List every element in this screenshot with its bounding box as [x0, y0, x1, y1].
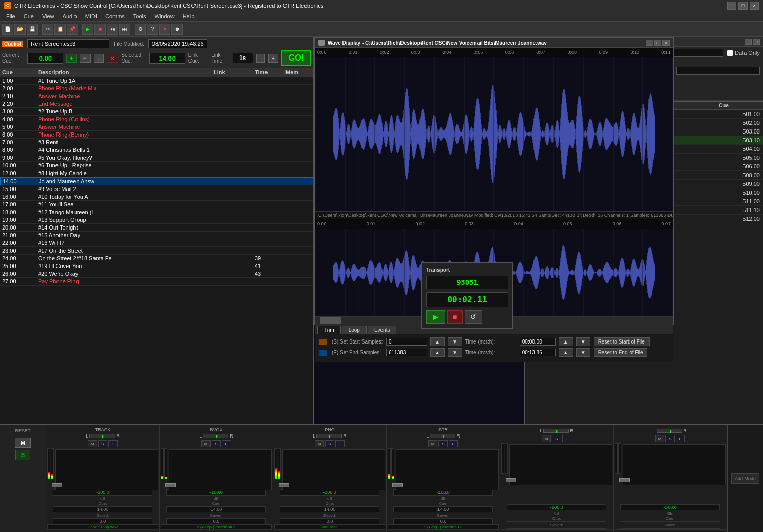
pan-slider[interactable]: [203, 434, 228, 438]
tb-cut[interactable]: ✂: [42, 24, 53, 35]
end-samples-input[interactable]: [386, 349, 427, 356]
wave-close[interactable]: ×: [662, 40, 670, 46]
wave-minimize[interactable]: _: [646, 40, 653, 46]
tb-new[interactable]: 📄: [2, 24, 13, 35]
ch-m-btn[interactable]: M: [542, 435, 551, 442]
fader-thumb[interactable]: [619, 478, 630, 482]
fader-track[interactable]: [396, 449, 499, 490]
pan-slider[interactable]: [316, 434, 342, 438]
table-row[interactable]: 18.00 #12 Tango Maureen (I: [0, 208, 313, 216]
add-mode-button[interactable]: Add Mode: [731, 473, 759, 484]
menu-comms[interactable]: Comms: [101, 12, 129, 21]
end-time-input[interactable]: [520, 349, 556, 356]
fader-track[interactable]: [509, 444, 612, 485]
s-mode-btn[interactable]: S: [15, 450, 30, 460]
end-time-down-btn[interactable]: ▼: [576, 348, 590, 357]
ch-s-btn[interactable]: S: [325, 440, 334, 447]
ch-m-btn[interactable]: M: [655, 435, 664, 442]
wave-scrollbar-thumb[interactable]: [320, 317, 341, 324]
table-row[interactable]: 16.00 #10 Today for You A: [0, 193, 313, 201]
wave-tab-loop[interactable]: Loop: [342, 326, 367, 334]
ch-m-btn[interactable]: M: [88, 440, 97, 447]
ch-s-btn[interactable]: S: [665, 435, 675, 442]
end-down-btn[interactable]: ▼: [448, 348, 462, 357]
fader-thumb[interactable]: [52, 483, 62, 487]
maximize-button[interactable]: □: [738, 2, 748, 10]
table-row[interactable]: 8.00 #4 Christmas Bells 1: [0, 146, 313, 154]
table-row[interactable]: 5.00 Answer Machine: [0, 123, 313, 131]
start-down-btn[interactable]: ▼: [448, 337, 462, 346]
tb-copy[interactable]: 📋: [54, 24, 66, 35]
table-row[interactable]: 7.00 #3 Rent: [0, 139, 313, 146]
tb-stop[interactable]: ■: [94, 24, 106, 35]
disabled-by-input[interactable]: [676, 67, 760, 75]
table-row[interactable]: 27.00 Pay Phone Ring: [0, 278, 313, 286]
pan-slider[interactable]: [657, 429, 682, 433]
fader-track[interactable]: [282, 449, 385, 490]
start-time-down-btn[interactable]: ▼: [576, 337, 590, 346]
fader-thumb[interactable]: [506, 478, 516, 482]
table-row[interactable]: 2.20 End Message: [0, 100, 313, 108]
ch-m-btn[interactable]: M: [201, 440, 211, 447]
table-row[interactable]: 25.00 #19 I'll Cover You 41: [0, 262, 313, 270]
table-row[interactable]: 9.00 #5 You Okay, Honey?: [0, 154, 313, 162]
ch-m-btn[interactable]: M: [315, 440, 324, 447]
ch-s-btn[interactable]: S: [98, 440, 107, 447]
ch-s-btn[interactable]: S: [552, 435, 561, 442]
link-time-plus[interactable]: +: [268, 54, 278, 63]
tb-help[interactable]: ?: [147, 24, 158, 35]
pan-slider[interactable]: [89, 434, 115, 438]
table-row[interactable]: 24.00 On the Street 2/#18 Santa Fe 39: [0, 255, 313, 262]
menu-window[interactable]: Window: [150, 12, 179, 21]
wave-maximize[interactable]: □: [654, 40, 661, 46]
start-time-up-btn[interactable]: ▲: [559, 337, 573, 346]
pan-slider[interactable]: [430, 434, 455, 438]
wave-tab-events[interactable]: Events: [368, 326, 397, 334]
ch-f-btn[interactable]: F: [449, 440, 458, 447]
table-row[interactable]: 4.00 Phone Ring (Collins): [0, 116, 313, 123]
add-cue-button[interactable]: +: [66, 54, 77, 63]
tb-save[interactable]: 💾: [27, 24, 38, 35]
wave-canvas-upper[interactable]: [315, 57, 673, 211]
ch-f-btn[interactable]: F: [676, 435, 685, 442]
m-mode-btn[interactable]: M: [15, 438, 31, 448]
link-time-minus[interactable]: -: [256, 54, 265, 63]
fader-thumb[interactable]: [392, 483, 403, 487]
table-row[interactable]: 20.00 #14 Out Tonight: [0, 224, 313, 232]
ch-m-btn[interactable]: M: [428, 440, 437, 447]
move-cue-button[interactable]: ↕: [94, 54, 104, 63]
wave-tab-trim[interactable]: Trim: [317, 326, 341, 334]
start-time-input[interactable]: [520, 338, 556, 346]
menu-view[interactable]: View: [38, 12, 59, 21]
table-row[interactable]: 19.00 #13 Support Group: [0, 216, 313, 224]
reset-end-btn[interactable]: Reset to End of File: [594, 348, 648, 357]
pan-slider[interactable]: [543, 429, 569, 433]
minimize-button[interactable]: _: [727, 2, 736, 10]
end-up-btn[interactable]: ▲: [430, 348, 445, 357]
ch-s-btn[interactable]: S: [212, 440, 221, 447]
ch-s-btn[interactable]: S: [438, 440, 448, 447]
table-row[interactable]: 2.10 Answer Machine: [0, 92, 313, 100]
table-row[interactable]: 17.00 #11 You'll See: [0, 201, 313, 208]
start-up-btn[interactable]: ▲: [430, 337, 445, 346]
table-row[interactable]: 14.00 Jo and Maureen Answ: [0, 177, 313, 185]
transport-play-btn[interactable]: ▶: [426, 310, 445, 324]
tb-panic[interactable]: ✕: [159, 24, 170, 35]
tb-forward[interactable]: ⏭: [119, 24, 130, 35]
fader-track[interactable]: [55, 449, 158, 490]
menu-file[interactable]: File: [2, 12, 20, 21]
fader-track[interactable]: [623, 444, 726, 485]
table-row[interactable]: 22.00 #16 Will I?: [0, 239, 313, 247]
table-row[interactable]: 2.00 Phone Ring (Marks Mu: [0, 85, 313, 92]
tb-paste[interactable]: 📌: [67, 24, 78, 35]
menu-cue[interactable]: Cue: [20, 12, 38, 21]
table-row[interactable]: 21.00 #15 Another Day: [0, 232, 313, 239]
ch-f-btn[interactable]: F: [108, 440, 118, 447]
close-button[interactable]: ×: [750, 2, 759, 10]
menu-tools[interactable]: Tools: [129, 12, 150, 21]
fader-thumb[interactable]: [279, 483, 289, 487]
tb-settings[interactable]: ⚙: [135, 24, 146, 35]
tb-rewind[interactable]: ⏮: [107, 24, 118, 35]
data-only-check[interactable]: Data Only: [727, 50, 760, 56]
fader-track[interactable]: [169, 449, 272, 490]
